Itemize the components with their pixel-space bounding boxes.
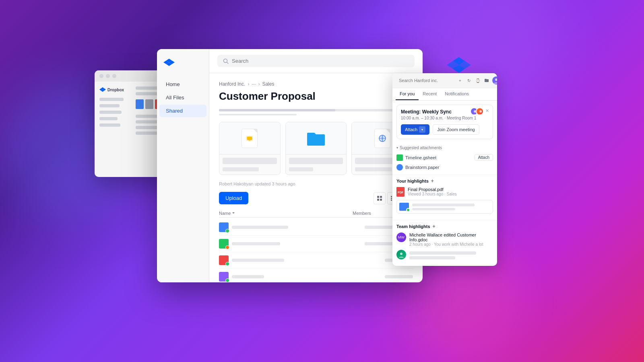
gsheet-icon <box>396 154 403 161</box>
team-highlights-section: Team highlights + MW Michelle Wallace ed… <box>392 220 497 266</box>
panel-tabs: For you Recent Notifications <box>392 88 497 101</box>
preview-card-sublabel-2 <box>289 167 313 171</box>
table-row[interactable] <box>219 219 413 236</box>
upload-button[interactable]: Upload <box>219 192 248 204</box>
team-avatar-second <box>396 250 406 259</box>
sidebar-item-all-files[interactable]: All Files <box>159 91 206 104</box>
status-dot-green <box>225 229 229 233</box>
preview-card-folder[interactable] <box>285 122 347 175</box>
tab-for-you[interactable]: For you <box>396 88 419 100</box>
preview-card-slides[interactable] <box>219 122 281 175</box>
updated-text: Robert Hakobyan updated 3 hours ago <box>219 181 413 186</box>
team-highlights-add-button[interactable]: + <box>433 224 438 229</box>
your-highlights-section: Your highlights + PDF Final Proposal.pdf… <box>392 175 497 220</box>
file-name-bar <box>232 259 284 262</box>
highlight-pdf-icon: PDF <box>396 187 405 197</box>
table-row[interactable] <box>219 236 413 252</box>
file-list-col-name: Name <box>219 211 353 216</box>
svg-rect-12 <box>377 199 379 201</box>
team-highlight-info-michelle: Michelle Wallace edited Customer Info.gd… <box>409 232 493 247</box>
sidebar-nav: Home All Files Shared <box>157 78 209 117</box>
team-highlights-title: Team highlights + <box>396 224 493 229</box>
attach-dropdown-arrow: ▾ <box>419 126 425 133</box>
collapse-icon: ▾ <box>396 146 398 150</box>
highlight-item-folder[interactable] <box>396 200 493 214</box>
join-zoom-button[interactable]: Join Zoom meeting <box>433 124 479 135</box>
table-row[interactable] <box>219 269 413 282</box>
panel-history-icon[interactable]: ⌚ <box>475 77 481 84</box>
meeting-close-button[interactable]: ✕ <box>484 107 490 114</box>
attach-button[interactable]: Attach ▾ <box>401 124 429 135</box>
suggested-item-timeline: Timeline.gsheet Attach <box>396 152 493 162</box>
view-grid-large-button[interactable] <box>374 192 386 204</box>
team-highlight-bar-2 <box>409 256 455 259</box>
svg-text:PDF: PDF <box>398 191 404 194</box>
panel-search-input[interactable] <box>399 78 454 83</box>
suggested-attach-button-1[interactable]: Attach <box>475 154 493 161</box>
sidebar-logo <box>157 57 209 68</box>
panel-avatar[interactable] <box>492 76 497 84</box>
status-dot-orange <box>225 245 229 249</box>
highlight-bars <box>412 204 490 210</box>
file-toolbar: Upload <box>219 192 413 204</box>
svg-rect-20 <box>391 200 392 201</box>
main-window: Home All Files Shared Hanford Inc. › ··· <box>157 49 423 282</box>
breadcrumb: Hanford Inc. › ··· › Sales <box>219 81 413 87</box>
page-title: Customer Proposal <box>219 90 413 103</box>
meeting-avatar-2 <box>476 107 484 115</box>
team-highlight-michelle[interactable]: MW Michelle Wallace edited Customer Info… <box>396 232 493 247</box>
file-name-bar <box>232 226 288 229</box>
breadcrumb-root[interactable]: Hanford Inc. <box>219 81 245 87</box>
search-icon <box>223 58 229 64</box>
team-highlight-bar <box>409 251 476 255</box>
table-row[interactable] <box>219 252 413 269</box>
web-doc-icon <box>374 129 390 148</box>
svg-rect-5 <box>248 141 251 141</box>
panel-sync-icon[interactable]: ↻ <box>466 77 472 84</box>
preview-card-label-1 <box>223 158 277 164</box>
slides-doc-icon <box>242 129 258 148</box>
team-highlight-second[interactable] <box>396 250 493 259</box>
status-dot-green <box>225 278 229 282</box>
highlight-bar-1 <box>412 204 475 206</box>
panel-add-icon[interactable]: + <box>457 77 463 84</box>
highlight-item-proposal[interactable]: PDF Final Proposal.pdf Viewed 3 hours ag… <box>396 187 493 197</box>
panel-folder-icon[interactable] <box>483 77 490 84</box>
sidebar-item-shared[interactable]: Shared <box>159 105 206 117</box>
paper-icon <box>396 164 403 171</box>
team-highlight-info-second <box>409 250 493 259</box>
folder-icon <box>219 222 229 232</box>
right-panel: + ↻ ⌚ ▾ For you Recent Notifications <box>392 73 497 266</box>
tab-recent[interactable]: Recent <box>419 88 441 100</box>
suggested-attachments-section: ▾ Suggested attachments Timeline.gsheet … <box>392 143 497 175</box>
meeting-avatars <box>470 107 484 115</box>
sidebar-item-home[interactable]: Home <box>159 78 206 90</box>
tab-notifications[interactable]: Notifications <box>441 88 473 100</box>
sidebar: Home All Files Shared <box>157 49 209 282</box>
breadcrumb-dots: ··· <box>252 81 256 87</box>
svg-point-30 <box>479 110 482 113</box>
highlight-bar-2 <box>412 208 455 210</box>
your-highlights-add-button[interactable]: + <box>431 178 437 184</box>
status-dot-green <box>225 262 229 266</box>
suggested-item-brainstorm: Brainstorm.paper <box>396 162 493 172</box>
bg-sidebar-logo-text: Dropbox <box>107 88 124 92</box>
main-content-area: Hanford Inc. › ··· › Sales Customer Prop… <box>209 49 423 282</box>
suggested-item-name-2: Brainstorm.paper <box>405 165 439 170</box>
file-name-bar <box>232 242 280 245</box>
preview-card-label-2 <box>289 158 343 164</box>
breadcrumb-sep: › <box>248 81 249 87</box>
breadcrumb-sep-2: › <box>258 81 260 87</box>
meeting-actions: Attach ▾ Join Zoom meeting <box>401 124 489 135</box>
highlight-item-sub: Viewed 3 hours ago · Sales <box>408 192 493 196</box>
svg-rect-14 <box>391 196 392 197</box>
highlight-status-dot <box>406 208 410 212</box>
team-highlight-sub: 2 hours ago · You work with Michelle a l… <box>409 242 493 247</box>
suggested-attachments-title: ▾ Suggested attachments <box>396 146 493 150</box>
meeting-card: ✕ Meeting: Weekly Sync 10:00 a.m. – 10:3… <box>396 105 493 139</box>
search-input[interactable] <box>232 58 409 64</box>
file-name-bar <box>232 275 264 278</box>
preview-card-slides-image <box>219 122 280 154</box>
search-input-wrapper[interactable] <box>217 55 415 67</box>
breadcrumb-current[interactable]: Sales <box>262 81 274 87</box>
